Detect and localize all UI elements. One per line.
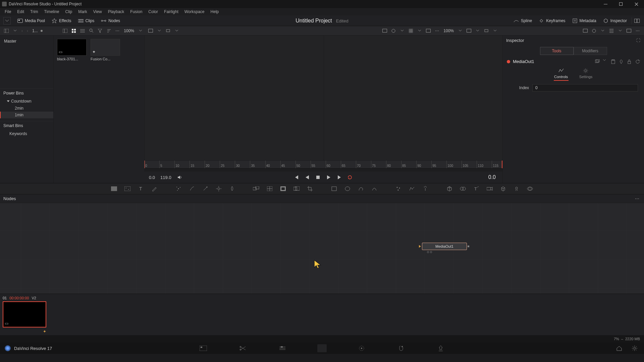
media-pool-button[interactable]: Media Pool xyxy=(14,17,48,25)
viewer-canvas[interactable] xyxy=(144,36,502,160)
blur-tool[interactable] xyxy=(229,185,235,192)
prender-tool[interactable] xyxy=(409,185,415,192)
last-frame-button[interactable] xyxy=(336,174,342,180)
menu-file[interactable]: File xyxy=(2,9,14,15)
dual-view-button[interactable] xyxy=(633,17,641,24)
sort-button[interactable] xyxy=(105,27,112,34)
project-settings-button[interactable] xyxy=(630,344,639,352)
background-tool[interactable] xyxy=(111,185,117,192)
minimize-button[interactable] xyxy=(598,0,613,8)
timeline-clip[interactable]: 01 00:00:00:00 V2 ▭ xyxy=(3,296,47,327)
cut-page-button[interactable] xyxy=(238,344,248,352)
ellipse-mask-tool[interactable] xyxy=(344,185,351,192)
fastnoise-tool[interactable] xyxy=(124,185,131,192)
spheres-tool[interactable] xyxy=(460,185,466,192)
search-button[interactable] xyxy=(88,27,95,34)
effects-button[interactable]: Effects xyxy=(48,17,74,25)
bin-dropdown[interactable] xyxy=(11,27,19,34)
tab-modifiers[interactable]: Modifiers xyxy=(574,47,607,55)
smart-bins-header[interactable]: Smart Bins xyxy=(0,121,53,130)
nodes-button[interactable]: Nodes xyxy=(98,17,123,25)
menu-fusion[interactable]: Fusion xyxy=(127,9,145,15)
nodes-more-button[interactable]: ⋯ xyxy=(633,195,641,202)
viewer2-rect-dropdown[interactable] xyxy=(491,27,499,34)
in-point[interactable]: 0.0 xyxy=(149,175,155,180)
keywords-bin[interactable]: Keywords xyxy=(0,130,53,137)
loop-button[interactable] xyxy=(347,174,353,180)
viewer1-color-button[interactable] xyxy=(390,27,397,34)
viewer2-single-button[interactable] xyxy=(625,27,633,34)
camera-tool[interactable] xyxy=(486,185,493,192)
index-input[interactable] xyxy=(532,84,638,92)
resize-tool[interactable] xyxy=(293,185,300,192)
media-page-button[interactable] xyxy=(199,344,208,352)
render3d-tool[interactable] xyxy=(527,185,533,192)
menu-clip[interactable]: Clip xyxy=(62,9,75,15)
out-point[interactable]: 119.0 xyxy=(160,175,171,180)
stop-button[interactable] xyxy=(315,174,321,180)
brightness-tool[interactable] xyxy=(215,185,222,192)
viewer1-grid-dropdown[interactable] xyxy=(416,27,423,34)
viewer1-rect-dropdown[interactable] xyxy=(173,27,180,34)
zoom-right-dropdown[interactable] xyxy=(457,27,464,34)
zoom-right-label[interactable]: 100% xyxy=(442,28,455,33)
fairlight-page-button[interactable] xyxy=(396,344,406,352)
menu-edit[interactable]: Edit xyxy=(14,9,27,15)
inspector-node-name[interactable]: MediaOut1 xyxy=(513,59,592,64)
nav-fwd[interactable]: › xyxy=(25,28,30,33)
viewer1-rect-button[interactable] xyxy=(164,27,172,34)
viewer1-more-button[interactable]: ⋯ xyxy=(433,27,441,34)
node-view-dots[interactable] xyxy=(427,251,433,254)
rect-mask-tool[interactable] xyxy=(331,185,337,192)
viewer2-more-button[interactable]: ⋯ xyxy=(634,27,641,34)
text-tool[interactable]: T xyxy=(138,185,144,192)
shape3d-tool[interactable] xyxy=(446,185,453,192)
clips-button[interactable]: Clips xyxy=(75,17,98,25)
viewer-divider[interactable] xyxy=(324,36,324,160)
bin-list-button[interactable] xyxy=(3,27,10,34)
bspline-mask-tool[interactable] xyxy=(371,185,378,192)
spline-button[interactable]: Spline xyxy=(510,17,535,25)
bin-2min[interactable]: 2min xyxy=(0,105,53,112)
particles-tool[interactable] xyxy=(395,185,402,192)
master-bin[interactable]: Master xyxy=(0,38,53,45)
matte-tool[interactable] xyxy=(280,185,286,192)
keyframes-button[interactable]: Keyframes xyxy=(535,17,569,25)
subtab-controls[interactable]: Controls xyxy=(554,68,569,81)
current-time[interactable]: 0.0 xyxy=(488,174,496,180)
viewer2-fit-dropdown[interactable] xyxy=(474,27,481,34)
lock-button[interactable] xyxy=(627,59,632,64)
close-button[interactable] xyxy=(629,0,644,8)
text3d-tool[interactable]: T xyxy=(473,185,480,192)
tracker-tool[interactable] xyxy=(175,185,182,192)
filter-button[interactable] xyxy=(96,27,104,34)
menu-fairlight[interactable]: Fairlight xyxy=(161,9,181,15)
audio-button[interactable] xyxy=(177,174,183,180)
play-button[interactable] xyxy=(326,174,332,180)
viewer1-fit-button[interactable] xyxy=(147,27,154,34)
zoom-left-label[interactable]: 100% xyxy=(122,28,136,33)
fusion-page-button[interactable] xyxy=(317,344,327,352)
node-color-dot[interactable] xyxy=(507,60,510,63)
viewer2-grid-button[interactable] xyxy=(608,27,615,34)
reset-button[interactable] xyxy=(635,59,640,64)
viewer2-color-button[interactable] xyxy=(590,27,598,34)
expand-icon[interactable] xyxy=(636,38,641,43)
viewer2-fit-button[interactable] xyxy=(465,27,473,34)
pin-button[interactable] xyxy=(619,59,624,64)
zoom-left-dropdown[interactable] xyxy=(137,27,144,34)
inspector-button[interactable]: Inspector xyxy=(600,17,630,25)
scrub-bar[interactable] xyxy=(144,168,502,172)
first-frame-button[interactable] xyxy=(293,174,300,180)
viewer2-grid-dropdown[interactable] xyxy=(616,27,624,34)
prev-frame-button[interactable] xyxy=(304,174,310,180)
deliver-page-button[interactable] xyxy=(436,344,445,352)
tab-tools[interactable]: Tools xyxy=(540,47,574,55)
power-bins-header[interactable]: Power Bins xyxy=(0,88,53,98)
maximize-button[interactable] xyxy=(613,0,629,8)
node-mediaout1[interactable]: MediaOut1 xyxy=(422,243,467,250)
cube-tool[interactable] xyxy=(500,185,506,192)
crop-tool[interactable] xyxy=(307,185,313,192)
layout-dropdown[interactable] xyxy=(3,17,11,24)
paint-tool[interactable] xyxy=(151,185,158,192)
